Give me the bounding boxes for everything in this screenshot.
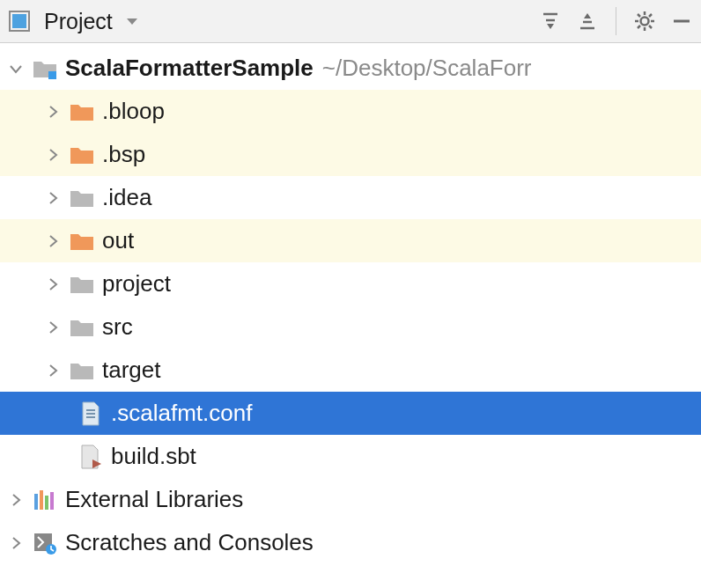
- tree-file-build-sbt[interactable]: build.sbt: [0, 435, 701, 478]
- chevron-down-icon[interactable]: [5, 58, 26, 79]
- module-folder-icon: [32, 55, 58, 82]
- file-label: build.sbt: [111, 443, 196, 470]
- tree-folder-idea[interactable]: .idea: [0, 176, 701, 219]
- root-path: ~/Desktop/ScalaForr: [322, 55, 532, 82]
- folder-label: src: [102, 313, 133, 341]
- gear-icon[interactable]: [632, 9, 657, 33]
- scratches-icon: [32, 530, 58, 556]
- tree-folder-out[interactable]: out: [0, 219, 701, 262]
- folder-label: .idea: [102, 184, 151, 211]
- toolbar-left: Project: [7, 9, 144, 34]
- chevron-right-icon[interactable]: [42, 144, 63, 165]
- toolbar-title[interactable]: Project: [44, 9, 113, 34]
- toolbar-divider: [616, 7, 616, 35]
- folder-label: out: [102, 227, 134, 254]
- svg-line-12: [649, 26, 652, 28]
- tree-file-scalafmt-conf[interactable]: .scalafmt.conf: [0, 392, 701, 435]
- svg-rect-1: [12, 14, 26, 28]
- libraries-icon: [32, 487, 58, 513]
- tree-folder-bsp[interactable]: .bsp: [0, 133, 701, 176]
- folder-label: project: [102, 270, 171, 298]
- chevron-right-icon[interactable]: [42, 187, 63, 209]
- tree-folder-bloop[interactable]: .bloop: [0, 90, 701, 133]
- folder-icon: [69, 99, 95, 125]
- tree-scratches-consoles[interactable]: Scratches and Consoles: [0, 521, 701, 564]
- chevron-right-icon[interactable]: [42, 317, 63, 338]
- scratches-label: Scratches and Consoles: [65, 529, 314, 556]
- conf-file-icon: [77, 401, 104, 427]
- svg-line-11: [638, 14, 640, 17]
- folder-label: .bloop: [102, 98, 165, 125]
- svg-line-14: [638, 26, 640, 28]
- svg-rect-24: [45, 496, 48, 510]
- dropdown-arrow-icon[interactable]: [120, 9, 144, 33]
- chevron-right-icon[interactable]: [42, 360, 63, 381]
- folder-label: target: [102, 356, 161, 384]
- svg-line-13: [649, 14, 652, 17]
- scroll-from-source-icon[interactable]: [538, 9, 563, 33]
- toolbar-right: [538, 7, 694, 35]
- folder-icon: [69, 271, 95, 298]
- chevron-right-icon[interactable]: [5, 489, 26, 511]
- chevron-right-icon[interactable]: [5, 533, 26, 554]
- external-libs-label: External Libraries: [65, 486, 243, 513]
- tree-folder-project[interactable]: project: [0, 262, 701, 305]
- chevron-right-icon[interactable]: [42, 101, 63, 122]
- tree-folder-target[interactable]: target: [0, 349, 701, 392]
- svg-rect-16: [48, 71, 56, 79]
- tree-folder-src[interactable]: src: [0, 305, 701, 349]
- chevron-right-icon[interactable]: [42, 231, 63, 252]
- minimize-icon[interactable]: [669, 9, 694, 33]
- folder-icon: [69, 357, 95, 384]
- svg-point-6: [641, 18, 649, 26]
- folder-icon: [69, 314, 95, 341]
- chevron-right-icon[interactable]: [42, 274, 63, 295]
- folder-icon: [69, 185, 95, 211]
- folder-icon: [69, 228, 95, 254]
- collapse-all-icon[interactable]: [575, 9, 600, 33]
- svg-rect-25: [50, 492, 54, 510]
- folder-label: .bsp: [102, 141, 145, 168]
- project-toolbar: Project: [0, 0, 701, 43]
- tree-external-libraries[interactable]: External Libraries: [0, 478, 701, 521]
- svg-rect-23: [40, 490, 43, 510]
- file-label: .scalafmt.conf: [111, 400, 252, 427]
- tree-root-node[interactable]: ScalaFormatterSample ~/Desktop/ScalaForr: [0, 47, 701, 90]
- project-tree: ScalaFormatterSample ~/Desktop/ScalaForr…: [0, 43, 701, 564]
- project-view-icon[interactable]: [7, 9, 32, 33]
- folder-icon: [69, 142, 95, 168]
- root-name: ScalaFormatterSample: [65, 55, 314, 82]
- svg-rect-22: [34, 494, 38, 510]
- sbt-file-icon: [77, 444, 104, 470]
